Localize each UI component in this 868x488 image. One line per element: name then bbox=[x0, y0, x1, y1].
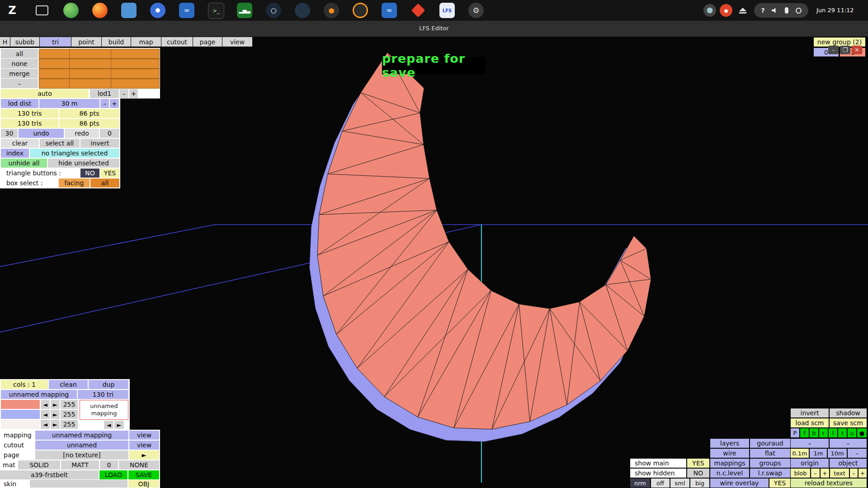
select-all-button[interactable]: select all bbox=[40, 139, 80, 148]
blob-minus-button[interactable]: – bbox=[811, 469, 820, 478]
index-button[interactable]: index bbox=[1, 149, 29, 158]
undo-button[interactable]: undo bbox=[19, 129, 64, 138]
color-next-button[interactable]: ► bbox=[51, 410, 60, 419]
minimize-button[interactable]: – bbox=[828, 46, 839, 54]
text-minus-button[interactable]: – bbox=[850, 469, 858, 478]
lod-dist-value[interactable]: 30 m bbox=[39, 99, 99, 108]
subob-cell[interactable] bbox=[39, 79, 70, 89]
reload-textures-button[interactable]: reload textures bbox=[791, 479, 867, 488]
hide-unselected-button[interactable]: hide unselected bbox=[48, 159, 119, 168]
tab-tri[interactable]: tri bbox=[40, 37, 71, 47]
wire-button[interactable]: wire bbox=[710, 449, 749, 458]
load-button[interactable]: LOAD bbox=[99, 470, 127, 479]
mat-matt-button[interactable]: MATT bbox=[61, 460, 99, 469]
photos-app-icon[interactable] bbox=[150, 3, 165, 18]
maximize-button[interactable]: ❐ bbox=[840, 46, 850, 54]
mat-zero-button[interactable]: 0 bbox=[100, 460, 118, 469]
lr-swap-button[interactable]: l.r.swap bbox=[750, 469, 790, 478]
subob-all-button[interactable]: all bbox=[1, 49, 38, 58]
subob-cell[interactable] bbox=[69, 59, 111, 69]
triangle-buttons-yes[interactable]: YES bbox=[100, 169, 119, 178]
steam-icon[interactable]: ○ bbox=[266, 3, 281, 18]
volume-icon[interactable] bbox=[772, 7, 778, 14]
scope-app-2-icon[interactable]: ≈ bbox=[382, 3, 397, 18]
subob-cell[interactable] bbox=[111, 69, 160, 79]
save-button[interactable]: SAVE bbox=[128, 470, 159, 479]
subob-merge-button[interactable]: merge bbox=[1, 69, 38, 78]
diamond-app-icon[interactable] bbox=[410, 3, 426, 18]
flag-u-button[interactable]: u bbox=[848, 428, 856, 437]
box-select-facing[interactable]: facing bbox=[59, 178, 90, 188]
file-manager-icon[interactable] bbox=[121, 3, 137, 18]
clock[interactable]: Jun 29 11:12 bbox=[816, 7, 854, 14]
lod-plus-button[interactable]: + bbox=[129, 89, 138, 98]
grid-1m-button[interactable]: 1m bbox=[810, 449, 827, 458]
color-swatch-white[interactable] bbox=[1, 420, 40, 429]
lod1-button[interactable]: lod1 bbox=[90, 89, 119, 98]
skin-value[interactable] bbox=[30, 480, 127, 488]
color-value-b[interactable]: 255 bbox=[61, 420, 78, 429]
page-next-button[interactable]: ► bbox=[129, 450, 159, 460]
subob-cell[interactable] bbox=[69, 69, 111, 79]
clean-button[interactable]: clean bbox=[49, 380, 88, 389]
blob-plus-button[interactable]: + bbox=[821, 469, 829, 478]
zorin-menu-icon[interactable]: Z bbox=[5, 3, 20, 18]
flag-t-button[interactable]: t bbox=[838, 428, 847, 437]
shadow-button[interactable]: shadow bbox=[830, 408, 867, 418]
subob-cell[interactable] bbox=[69, 49, 111, 59]
tab-subob[interactable]: subob bbox=[10, 37, 39, 47]
tab-page[interactable]: page bbox=[193, 37, 222, 47]
text-plus-button[interactable]: + bbox=[859, 469, 867, 478]
flag-b-button[interactable]: b bbox=[810, 428, 818, 437]
color-swatch-blue[interactable] bbox=[1, 410, 40, 419]
groups-button[interactable]: groups bbox=[750, 459, 790, 468]
subob-cell[interactable] bbox=[39, 69, 70, 79]
help-icon[interactable]: ? bbox=[761, 7, 764, 14]
system-tray-pill[interactable]: ? bbox=[754, 3, 808, 18]
tab-h[interactable]: H bbox=[0, 37, 10, 47]
big-button[interactable]: big bbox=[690, 479, 709, 488]
color-prev-button[interactable]: ◄ bbox=[41, 410, 50, 419]
off-button[interactable]: off bbox=[651, 479, 670, 488]
box-select-all[interactable]: all bbox=[90, 178, 119, 188]
subob-cell[interactable] bbox=[111, 49, 160, 59]
settings-app-icon[interactable]: ⚙ bbox=[468, 3, 484, 18]
mapping-row-value[interactable]: unnamed mapping bbox=[35, 431, 128, 440]
nrm-button[interactable]: nrm bbox=[630, 479, 650, 488]
subob-dash-button[interactable]: – bbox=[1, 79, 38, 88]
flag-f-button[interactable]: f bbox=[800, 428, 809, 437]
subob-cell[interactable] bbox=[69, 79, 111, 89]
green-orb-app-icon[interactable] bbox=[63, 3, 79, 18]
dark-media-app-icon[interactable] bbox=[295, 3, 310, 18]
redo-button[interactable]: redo bbox=[65, 129, 99, 138]
network-icon[interactable] bbox=[703, 4, 716, 17]
tab-cutout[interactable]: cutout bbox=[161, 37, 193, 47]
grid-10m-button[interactable]: 10m bbox=[828, 449, 847, 458]
model-name[interactable]: a39-frstbelt bbox=[0, 470, 99, 479]
layers-button[interactable]: layers bbox=[710, 439, 749, 448]
mat-none-button[interactable]: NONE bbox=[119, 460, 159, 469]
color-value-g[interactable]: 255 bbox=[61, 410, 78, 419]
flag-l-button[interactable]: l bbox=[829, 428, 837, 437]
color-prev-button[interactable]: ◄ bbox=[41, 420, 50, 429]
mapping-next-button[interactable]: ► bbox=[114, 421, 124, 429]
nc-level-button[interactable]: n.c.level bbox=[710, 469, 749, 478]
grid-01m-button[interactable]: 0.1m bbox=[791, 449, 809, 458]
microphone-icon[interactable] bbox=[785, 7, 788, 14]
invert-selection-button[interactable]: invert bbox=[80, 139, 119, 148]
record-status-icon[interactable]: ● bbox=[720, 4, 732, 17]
triangle-buttons-no[interactable]: NO bbox=[80, 169, 99, 178]
lod-dist-plus-button[interactable]: + bbox=[110, 99, 119, 108]
origin-button[interactable]: origin bbox=[791, 459, 829, 468]
object-button[interactable]: object bbox=[830, 459, 867, 468]
cols-button[interactable]: cols : 1 bbox=[1, 380, 48, 389]
lod-dist-minus-button[interactable]: – bbox=[100, 99, 109, 108]
window-titlebar[interactable]: LFS Editor – ❐ ✕ bbox=[0, 21, 868, 37]
page-row-value[interactable]: [no texture] bbox=[35, 450, 128, 460]
subob-cell-selected[interactable] bbox=[39, 49, 70, 59]
subob-cell[interactable] bbox=[111, 79, 160, 89]
flag-dot-button[interactable]: ● bbox=[857, 428, 867, 437]
power-icon[interactable] bbox=[796, 8, 802, 14]
load-scm-button[interactable]: load scm bbox=[791, 418, 829, 427]
unhide-all-button[interactable]: unhide all bbox=[1, 159, 47, 168]
